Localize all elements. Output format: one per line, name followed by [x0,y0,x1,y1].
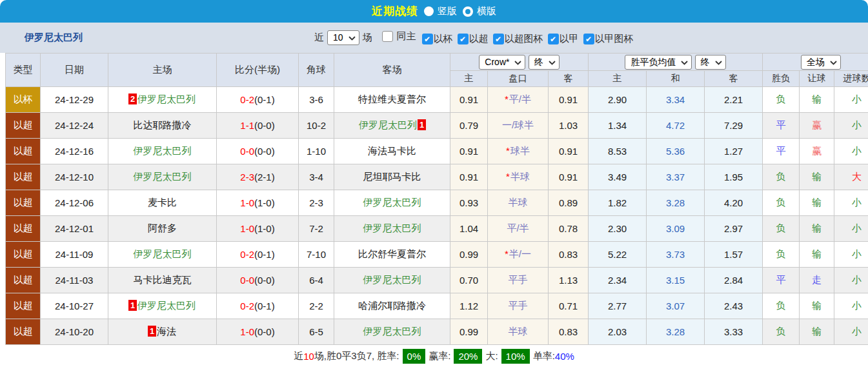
col-header-goals-outcome: 进球数 [834,71,868,87]
select-europe-time-value: 终 [701,57,710,68]
score-cell: 1-0(0-0) [217,319,299,345]
fulltime-score: 1-0 [240,326,254,337]
chevron-down-icon [549,57,556,68]
europe-home-odds-cell: 2.34 [589,268,647,293]
asia-handicap-cell: 平手 [488,268,549,293]
filter-checkbox-2[interactable]: ✔以超 [458,33,489,45]
handicap-text: 平/半 [509,94,531,104]
score-cell: 1-1(0-0) [217,113,299,139]
date-cell: 24-10-20 [41,319,108,345]
halftime-score: (1-0) [254,223,275,234]
radio-unselected-icon[interactable] [463,6,473,17]
europe-home-odds-cell: 1.34 [589,113,647,139]
home-team-cell: 麦卡比 [108,190,217,216]
checkbox-checked-icon[interactable]: ✔ [422,34,433,44]
outcome-cell: 负 [763,216,800,242]
checkbox-label: 以甲 [560,33,579,45]
team-name-text: 哈浦尔耶路撒冷 [358,300,427,311]
handicap-outcome-cell: 输 [800,190,834,216]
asia-home-odds-cell: 0.91 [450,164,488,190]
select-europe-time[interactable]: 终 [695,55,726,70]
europe-draw-odds-cell: 3.73 [647,242,705,268]
handicap-outcome-cell: 输 [800,164,834,190]
checkbox-checked-icon[interactable]: ✔ [548,34,559,44]
team-name-text: 马卡比迪克瓦 [133,274,192,285]
away-team-cell: 哈浦尔耶路撒冷 [334,293,450,319]
home-team-cell: 阿舒多 [108,216,217,242]
europe-away-odds-cell: 2.43 [705,293,763,319]
checkbox-checked-icon[interactable]: ✔ [583,34,594,44]
goals-outcome-cell: 小 [834,293,868,319]
select-bookmaker[interactable]: Crow* [479,55,525,70]
rank-badge: 1 [128,300,137,311]
checkbox-checked-icon[interactable]: ✔ [493,34,504,44]
table-row: 以超24-12-10伊罗尼太巴列2-3(2-1)3-4尼坦耶马卡比0.91*半球… [6,164,868,190]
checkbox-unchecked-icon[interactable] [382,31,393,42]
date-cell: 24-11-09 [41,242,108,268]
select-europe-source[interactable]: 胜平负均值 [625,55,692,70]
fulltime-score: 0-2 [240,249,254,260]
filter-checkbox-4[interactable]: ✔以甲 [548,33,579,45]
team-name-text: 海法马卡比 [367,145,417,156]
europe-away-odds-cell: 1.57 [705,242,763,268]
rank-badge: 1 [418,119,426,130]
col-header-handicap-outcome: 让球 [800,71,834,87]
europe-home-odds-cell: 5.22 [589,242,647,268]
handicap-star: * [505,248,509,259]
europe-draw-odds-cell: 3.09 [647,216,705,242]
asia-away-odds-cell: 1.13 [549,268,589,293]
type-cell: 以超 [6,319,41,345]
handicap-outcome-cell: 赢 [800,139,834,164]
europe-home-odds-cell: 2.03 [589,319,647,345]
recent-count-select[interactable]: 10 [327,30,359,45]
date-cell: 24-12-06 [41,190,108,216]
filter-checkbox-3[interactable]: ✔以超图杯 [493,33,543,45]
radio-horizontal[interactable]: 横版 [463,5,496,17]
col-header-away: 客场 [334,54,450,87]
filter-checkbox-5[interactable]: ✔以甲图杯 [583,33,634,45]
asia-home-odds-cell: 1.04 [450,216,488,242]
home-team-cell: 比达耶路撒冷 [108,113,217,139]
halftime-score: (0-0) [254,326,275,337]
europe-draw-odds-cell: 3.28 [647,319,705,345]
table-row: 以杯24-12-292伊罗尼太巴列0-2(0-1)3-6特拉维夫夏普尔0.91*… [6,87,868,113]
date-cell: 24-12-10 [41,164,108,190]
corners-cell: 1-10 [299,139,334,164]
team-name-text: 伊罗尼太巴列 [363,222,422,233]
filter-checkbox-0[interactable]: 同主 [382,30,416,43]
radio-vertical[interactable]: 竖版 [424,5,457,17]
europe-draw-odds-cell: 3.37 [647,164,705,190]
goals-outcome-cell: 小 [834,242,868,268]
select-scope[interactable]: 全场 [801,55,841,70]
team-name-text: 伊罗尼太巴列 [363,274,422,285]
radio-selected-icon[interactable] [424,6,434,16]
goals-outcome-cell: 小 [834,319,868,345]
chevron-down-icon [348,32,356,43]
score-cell: 0-0(0-0) [217,139,299,164]
asia-handicap-cell: *平/半 [488,87,549,113]
col-header-home: 主场 [108,54,217,87]
handicap-text: 平手 [509,300,528,311]
rank-badge: 2 [128,94,137,104]
handicap-text: 平/半 [507,222,529,233]
table-row: 以超24-12-16伊罗尼太巴列0-0(0-0)1-10海法马卡比0.91*球半… [6,139,868,164]
col-header-asia-line: 盘口 [488,71,549,87]
summary-segment-blue: 40% [555,351,574,362]
outcome-cell: 平 [763,268,800,293]
europe-draw-odds-cell: 3.07 [647,293,705,319]
titlebar: 近期战绩 竖版 横版 [0,0,868,23]
asia-home-odds-cell: 0.70 [450,268,488,293]
handicap-text: 半球 [510,171,530,182]
goals-outcome-cell: 大 [834,164,868,190]
checkbox-checked-icon[interactable]: ✔ [458,34,469,44]
home-team-cell: 1海法 [108,319,217,345]
table-row: 以超24-11-03马卡比迪克瓦0-0(0-0)6-4伊罗尼太巴列0.70平手1… [6,268,868,293]
goals-outcome-cell: 小 [834,190,868,216]
home-team-cell: 伊罗尼太巴列 [108,139,217,164]
page: 近期战绩 竖版 横版 伊罗尼太巴列 近 10 场 同主✔以杯✔以超✔以超图杯✔以… [0,0,868,374]
select-asia-time[interactable]: 终 [529,55,560,70]
col-header-europe-away: 客 [705,71,763,87]
filter-checkbox-1[interactable]: ✔以杯 [422,33,453,45]
handicap-star: * [506,145,510,156]
select-europe-source-value: 胜平负均值 [631,57,676,68]
